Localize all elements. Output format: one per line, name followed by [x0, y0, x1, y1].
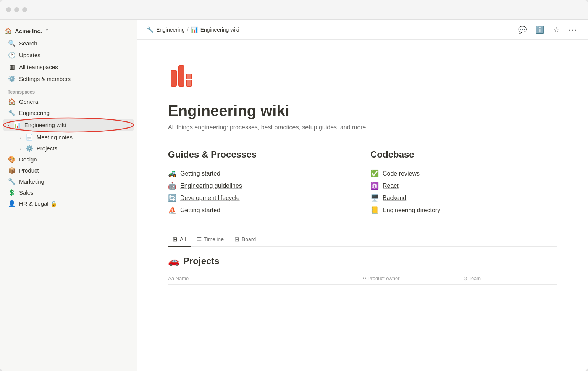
table-header: Aa Name •• Product owner ⊙ Team: [168, 273, 557, 285]
breadcrumb-wiki-icon: 📊: [191, 26, 198, 33]
list-item: 📒 Engineering directory: [370, 206, 557, 215]
all-tab-label: All: [180, 236, 186, 242]
main-content: 🔧 Engineering / 📊 Engineering wiki 💬 ℹ️ …: [137, 20, 588, 371]
getting-started-2-link[interactable]: Getting started: [180, 207, 220, 214]
sidebar-label-sales: Sales: [19, 189, 34, 196]
sidebar-label-general: General: [19, 98, 39, 105]
marketing-icon: 🔧: [8, 178, 16, 185]
projects-icon: ⚙️: [25, 145, 34, 152]
tab-all[interactable]: ⊞ All: [168, 233, 191, 247]
comment-button[interactable]: 💬: [517, 24, 528, 35]
list-item: ✅ Code reviews: [370, 169, 557, 178]
code-reviews-icon: ✅: [370, 169, 379, 178]
dev-lifecycle-link[interactable]: Development lifecycle: [180, 195, 240, 202]
sidebar-label-engineering-wiki: Engineering wiki: [24, 122, 66, 128]
sidebar-item-engineering[interactable]: 🔧 Engineering: [3, 107, 134, 118]
react-link[interactable]: React: [383, 182, 399, 189]
all-tab-icon: ⊞: [173, 236, 178, 243]
sidebar-label-hr-legal: HR & Legal 🔒: [19, 200, 57, 207]
sidebar-item-projects[interactable]: › ⚙️ Projects: [3, 143, 134, 154]
sidebar-item-all-teamspaces[interactable]: ▦ All teamspaces: [3, 61, 134, 73]
sidebar-item-general[interactable]: 🏠 General: [3, 96, 134, 107]
guides-list: 🚜 Getting started 🤖 Engineering guidelin…: [168, 169, 355, 215]
more-button[interactable]: ···: [567, 24, 579, 35]
code-reviews-link[interactable]: Code reviews: [383, 170, 420, 177]
breadcrumb-engineering-icon: 🔧: [147, 26, 154, 33]
favorite-button[interactable]: ☆: [552, 24, 561, 35]
engineering-directory-link[interactable]: Engineering directory: [383, 207, 440, 214]
app-window: 🏠 Acme Inc. ⌃ 🔍 Search 🕐 Updates ▦ All t…: [0, 0, 588, 371]
info-button[interactable]: ℹ️: [534, 24, 546, 35]
topbar: 🔧 Engineering / 📊 Engineering wiki 💬 ℹ️ …: [137, 20, 588, 40]
page-content: Engineering wiki All things engineering:…: [137, 40, 588, 371]
sidebar-label-projects: Projects: [37, 145, 57, 152]
settings-icon: ⚙️: [8, 75, 16, 82]
getting-started-1-link[interactable]: Getting started: [180, 170, 220, 177]
teamspaces-icon: ▦: [8, 63, 16, 71]
breadcrumb-separator: /: [187, 27, 189, 33]
list-item: ⛵ Getting started: [168, 206, 355, 215]
sidebar-item-settings[interactable]: ⚙️ Settings & members: [3, 73, 134, 85]
table-col-owner: •• Product owner: [363, 276, 457, 281]
list-item: ⚛️ React: [370, 182, 557, 190]
maximize-button[interactable]: [22, 7, 27, 12]
sidebar-label-engineering: Engineering: [19, 110, 50, 116]
workspace-name: Acme Inc.: [15, 28, 42, 34]
breadcrumb-engineering-label[interactable]: Engineering: [156, 27, 185, 33]
teamspaces-header: Teamspaces: [0, 85, 137, 96]
engineering-wiki-caret-icon: ›: [8, 123, 9, 127]
projects-heading: 🚗 Projects: [168, 256, 557, 266]
react-icon: ⚛️: [370, 182, 379, 190]
workspace-switcher[interactable]: 🏠 Acme Inc. ⌃: [0, 24, 137, 37]
tab-timeline[interactable]: ☰ Timeline: [192, 233, 228, 247]
sidebar-label-updates: Updates: [19, 52, 129, 58]
minimize-button[interactable]: [14, 7, 19, 12]
tab-board[interactable]: ⊟ Board: [230, 233, 260, 247]
svg-rect-1: [171, 70, 176, 86]
design-icon: 🎨: [8, 156, 16, 163]
list-item: 🚜 Getting started: [168, 169, 355, 178]
sidebar-item-hr-legal[interactable]: 👤 HR & Legal 🔒: [3, 198, 134, 209]
topbar-actions: 💬 ℹ️ ☆ ···: [517, 24, 579, 35]
list-item: 🤖 Engineering guidelines: [168, 182, 355, 190]
sidebar-item-product[interactable]: 📦 Product: [3, 165, 134, 176]
codebase-title: Codebase: [370, 149, 557, 163]
meeting-notes-caret-icon: ›: [20, 135, 21, 140]
sidebar-label-design: Design: [19, 156, 37, 163]
engineering-guidelines-link[interactable]: Engineering guidelines: [180, 182, 242, 189]
table-col-name: Aa Name: [168, 276, 357, 281]
engineering-wiki-icon: 📊: [13, 121, 21, 129]
backend-icon: 🖥️: [370, 194, 379, 202]
breadcrumb: 🔧 Engineering / 📊 Engineering wiki: [147, 26, 239, 33]
sidebar-item-updates[interactable]: 🕐 Updates: [3, 49, 134, 61]
sidebar-item-marketing[interactable]: 🔧 Marketing: [3, 176, 134, 187]
projects-caret-icon: ›: [20, 146, 21, 151]
sidebar-item-sales[interactable]: 💲 Sales: [3, 187, 134, 198]
workspace-caret-icon: ⌃: [45, 28, 49, 34]
timeline-tab-icon: ☰: [197, 236, 202, 243]
breadcrumb-wiki-label[interactable]: Engineering wiki: [200, 27, 239, 33]
close-button[interactable]: [6, 7, 11, 12]
sidebar-item-engineering-wiki[interactable]: › 📊 Engineering wiki: [3, 119, 134, 131]
backend-link[interactable]: Backend: [383, 195, 406, 202]
sidebar-label-search: Search: [19, 40, 129, 47]
page-icon: [168, 63, 557, 96]
general-icon: 🏠: [8, 98, 16, 105]
codebase-section: Codebase ✅ Code reviews ⚛️ React: [370, 149, 557, 215]
page-subtitle: All things engineering: processes, best …: [168, 124, 557, 131]
engineering-icon: 🔧: [8, 109, 16, 116]
projects-heading-icon: 🚗: [168, 256, 179, 266]
sidebar-item-design[interactable]: 🎨 Design: [3, 154, 134, 165]
sidebar-item-meeting-notes[interactable]: › 📄 Meeting notes: [3, 132, 134, 143]
sidebar-label-meeting-notes: Meeting notes: [37, 134, 73, 140]
sidebar: 🏠 Acme Inc. ⌃ 🔍 Search 🕐 Updates ▦ All t…: [0, 20, 137, 371]
projects-section: 🚗 Projects Aa Name •• Product owner ⊙ Te…: [168, 256, 557, 285]
updates-icon: 🕐: [8, 52, 16, 59]
view-tabs: ⊞ All ☰ Timeline ⊟ Board: [168, 233, 557, 247]
sidebar-item-search[interactable]: 🔍 Search: [3, 37, 134, 49]
two-col-layout: Guides & Processes 🚜 Getting started 🤖 E…: [168, 149, 557, 215]
engineering-wiki-wrapper: › 📊 Engineering wiki: [3, 119, 134, 131]
engineering-guidelines-icon: 🤖: [168, 182, 176, 190]
meeting-notes-icon: 📄: [25, 134, 34, 141]
page-title: Engineering wiki: [168, 102, 557, 119]
